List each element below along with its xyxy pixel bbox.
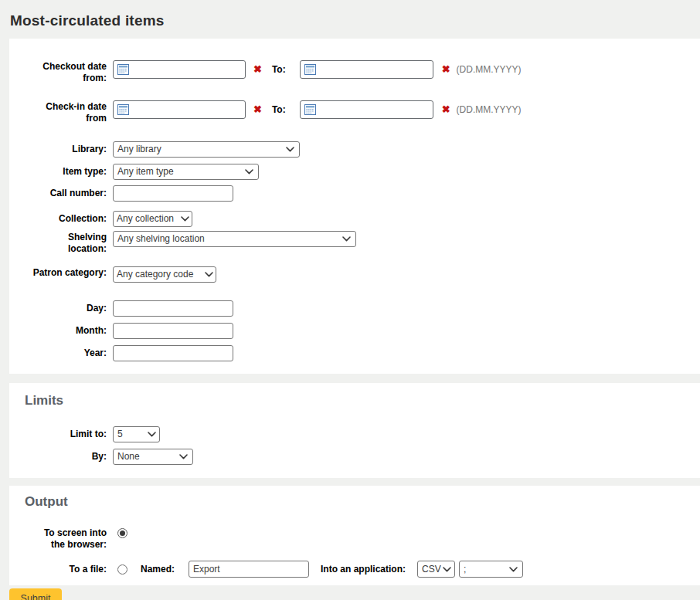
filters-panel: Checkout date from: ✖ To: ✖ (DD.MM.YYYY)…	[9, 39, 700, 374]
call-number-label: Call number:	[9, 185, 107, 199]
page-title: Most-circulated items	[0, 0, 700, 29]
chevron-down-icon	[286, 147, 294, 152]
month-label: Month:	[9, 323, 107, 337]
clear-checkin-from-icon[interactable]: ✖	[253, 100, 262, 119]
clear-checkout-from-icon[interactable]: ✖	[253, 60, 262, 79]
shelving-location-row: Shelving location: Any shelving location	[9, 231, 700, 255]
year-label: Year:	[9, 345, 107, 359]
checkin-date-format-hint: (DD.MM.YYYY)	[457, 100, 522, 119]
calendar-icon	[117, 64, 129, 75]
checkin-to-label: To:	[272, 100, 286, 119]
limits-panel: Limits Limit to: 5 By: None	[9, 383, 700, 478]
limit-by-select-value: None	[117, 449, 176, 464]
checkin-date-from-input[interactable]	[113, 100, 246, 119]
collection-select-value: Any collection	[117, 212, 179, 226]
named-label: Named:	[141, 564, 175, 575]
calendar-icon	[304, 64, 316, 75]
to-file-label: To a file:	[9, 564, 107, 575]
library-select-value: Any library	[117, 142, 283, 157]
shelving-location-select[interactable]: Any shelving location	[113, 231, 356, 247]
limits-heading: Limits	[25, 392, 700, 409]
collection-label: Collection:	[9, 211, 107, 225]
call-number-row: Call number:	[9, 185, 700, 202]
checkin-date-label: Check-in date from	[9, 100, 107, 124]
day-label: Day:	[9, 300, 107, 314]
library-row: Library: Any library	[9, 141, 700, 158]
checkin-date-to-input[interactable]	[300, 100, 433, 119]
limit-by-label: By:	[9, 449, 107, 463]
patron-category-label: Patron category:	[9, 266, 107, 279]
output-to-screen-row: To screen into the browser:	[9, 527, 700, 551]
calendar-icon	[304, 104, 316, 115]
shelving-location-label: Shelving location:	[9, 231, 107, 255]
submit-button[interactable]: Submit	[9, 588, 62, 600]
calendar-icon	[117, 104, 129, 115]
output-panel: Output To screen into the browser: To a …	[9, 486, 700, 585]
month-input[interactable]	[113, 323, 233, 339]
collection-row: Collection: Any collection	[9, 211, 700, 227]
output-file-radio[interactable]	[117, 564, 127, 575]
item-type-label: Item type:	[9, 164, 107, 178]
checkout-date-format-hint: (DD.MM.YYYY)	[457, 60, 522, 79]
limit-by-row: By: None	[9, 449, 700, 465]
chevron-down-icon	[181, 216, 189, 222]
chevron-down-icon	[509, 567, 518, 572]
field-separator-select-value: ;	[464, 562, 506, 577]
file-format-select[interactable]: CSV	[417, 561, 455, 578]
field-separator-select[interactable]: ;	[459, 561, 523, 578]
checkout-date-from-input[interactable]	[113, 60, 246, 79]
file-name-input[interactable]	[189, 561, 309, 578]
collection-select[interactable]: Any collection	[113, 211, 192, 227]
into-application-label: Into an application:	[321, 564, 406, 575]
limit-to-label: Limit to:	[9, 426, 107, 440]
checkout-date-row: Checkout date from: ✖ To: ✖ (DD.MM.YYYY)	[9, 60, 700, 84]
chevron-down-icon	[148, 432, 156, 437]
year-row: Year:	[9, 345, 700, 361]
checkout-date-label: Checkout date from:	[9, 60, 107, 84]
limit-to-select[interactable]: 5	[113, 426, 160, 442]
shelving-location-select-value: Any shelving location	[117, 232, 339, 246]
item-type-select-value: Any item type	[117, 164, 242, 179]
limit-to-select-value: 5	[117, 427, 146, 442]
chevron-down-icon	[179, 454, 188, 459]
year-input[interactable]	[113, 345, 233, 361]
chevron-down-icon	[245, 169, 253, 175]
month-row: Month:	[9, 323, 700, 339]
output-screen-radio[interactable]	[117, 528, 127, 538]
library-select[interactable]: Any library	[113, 141, 300, 158]
clear-checkout-to-icon[interactable]: ✖	[442, 60, 450, 79]
to-screen-label: To screen into the browser:	[9, 527, 107, 551]
output-heading: Output	[25, 493, 700, 510]
limit-to-row: Limit to: 5	[9, 426, 700, 442]
patron-category-row: Patron category: Any category code	[9, 266, 700, 290]
item-type-select[interactable]: Any item type	[113, 164, 259, 180]
output-to-file-row: To a file: Named: Into an application: C…	[9, 561, 700, 578]
checkout-to-label: To:	[272, 60, 286, 79]
day-row: Day:	[9, 300, 700, 317]
chevron-down-icon	[205, 272, 213, 277]
patron-category-select[interactable]: Any category code	[113, 266, 216, 283]
item-type-row: Item type: Any item type	[9, 164, 700, 180]
chevron-down-icon	[443, 567, 451, 572]
chevron-down-icon	[342, 236, 351, 242]
checkin-date-row: Check-in date from ✖ To: ✖ (DD.MM.YYYY)	[9, 100, 700, 124]
library-label: Library:	[9, 141, 107, 155]
clear-checkin-to-icon[interactable]: ✖	[442, 100, 450, 119]
limit-by-select[interactable]: None	[113, 449, 193, 465]
call-number-input[interactable]	[113, 185, 233, 202]
patron-category-select-value: Any category code	[117, 267, 203, 282]
day-input[interactable]	[113, 300, 233, 317]
checkout-date-to-input[interactable]	[300, 60, 433, 79]
file-format-select-value: CSV	[422, 562, 441, 577]
